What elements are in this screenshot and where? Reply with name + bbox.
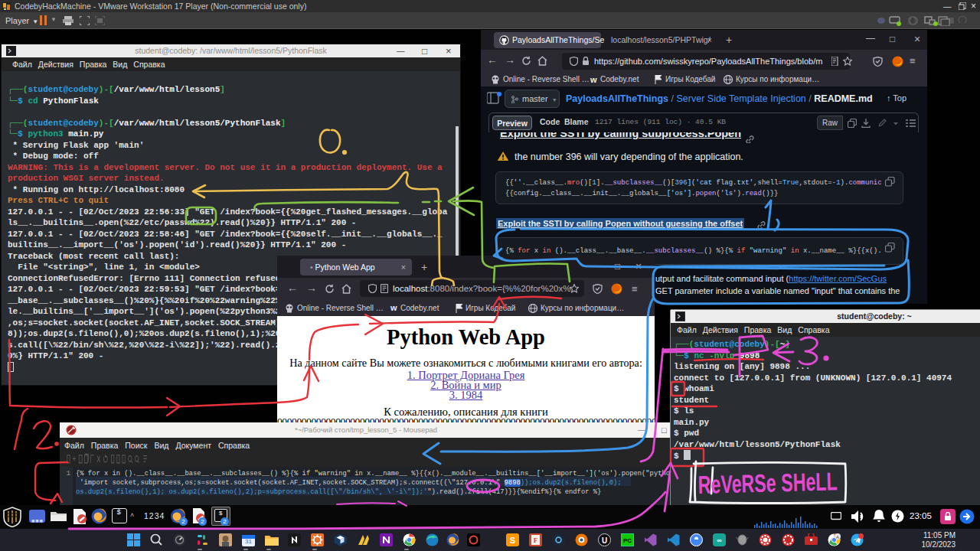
svg-text:∞: ∞ [717, 536, 722, 544]
svg-text:U: U [602, 536, 607, 545]
svg-text:F: F [534, 536, 538, 544]
svg-text:31: 31 [245, 538, 252, 545]
svg-text:A: A [836, 535, 839, 540]
svg-text:S: S [510, 536, 515, 545]
svg-text:PC: PC [623, 537, 632, 544]
